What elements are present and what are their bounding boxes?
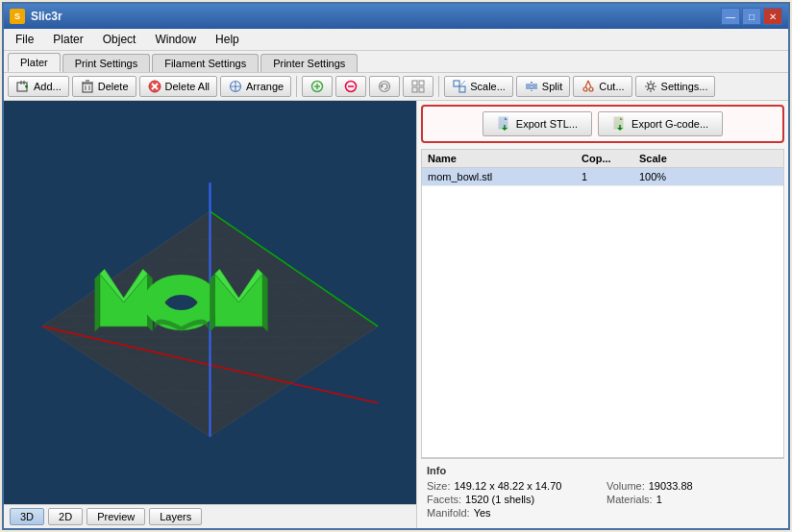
row-name: mom_bowl.stl	[428, 171, 582, 182]
export-buttons-container: Export STL... Export G-code...	[421, 105, 784, 143]
zoom-in-button[interactable]	[302, 76, 333, 97]
scale-icon	[452, 79, 467, 94]
svg-rect-26	[454, 81, 459, 86]
viewport-controls: 3D 2D Preview Layers	[4, 504, 416, 528]
size-row: Size: 149.12 x 48.22 x 14.70	[427, 480, 599, 492]
grid-icon	[410, 79, 426, 94]
close-button[interactable]: ✕	[763, 8, 782, 25]
object-table: Name Cop... Scale mom_bowl.stl 1 100%	[421, 149, 784, 458]
svg-point-32	[583, 87, 587, 91]
table-row[interactable]: mom_bowl.stl 1 100%	[422, 168, 783, 186]
svg-line-28	[459, 81, 465, 86]
svg-rect-25	[419, 87, 424, 92]
menu-help[interactable]: Help	[208, 31, 247, 48]
right-panel: Export STL... Export G-code...	[417, 101, 788, 528]
facets-row: Facets: 1520 (1 shells)	[427, 494, 599, 505]
delete-all-button[interactable]: Delete All	[139, 76, 217, 97]
volume-value: 19033.88	[649, 480, 693, 492]
split-icon	[524, 79, 539, 94]
export-gcode-label: Export G-code...	[631, 118, 708, 130]
tab-print-settings[interactable]: Print Settings	[62, 54, 150, 72]
reset-icon	[377, 79, 392, 94]
manifold-value: Yes	[474, 507, 491, 519]
view-layers-button[interactable]: Layers	[149, 508, 202, 525]
maximize-button[interactable]: □	[742, 8, 761, 25]
row-scale: 100%	[639, 171, 716, 182]
view-2d-button[interactable]: 2D	[48, 508, 83, 525]
header-copies: Cop...	[582, 153, 639, 164]
size-label: Size:	[427, 480, 450, 492]
cut-button[interactable]: Cut...	[573, 76, 631, 97]
title-buttons: — □ ✕	[721, 8, 782, 25]
grid-button[interactable]	[403, 76, 433, 97]
3d-viewport[interactable]	[4, 101, 416, 504]
volume-row: Volume: 19033.88	[606, 480, 779, 492]
arrange-button[interactable]: Arrange	[220, 76, 291, 97]
svg-rect-29	[526, 84, 531, 89]
delete-icon	[80, 79, 95, 94]
svg-rect-23	[419, 81, 424, 85]
toolbar: Add... Delete De	[4, 73, 788, 101]
svg-point-36	[648, 85, 653, 89]
tab-printer-settings[interactable]: Printer Settings	[260, 54, 358, 72]
scale-button[interactable]: Scale...	[444, 76, 513, 97]
arrange-label: Arrange	[246, 81, 284, 92]
delete-all-icon	[147, 79, 162, 94]
materials-row: Materials: 1	[606, 494, 779, 505]
toolbar-separator-2	[438, 76, 439, 97]
export-stl-button[interactable]: Export STL...	[483, 111, 592, 136]
tabs-bar: Plater Print Settings Filament Settings …	[4, 51, 788, 73]
split-button[interactable]: Split	[516, 76, 570, 97]
delete-button[interactable]: Delete	[72, 76, 136, 97]
zoom-out-icon	[343, 79, 359, 94]
settings-icon	[643, 79, 658, 94]
reset-view-button[interactable]	[369, 76, 400, 97]
export-gcode-button[interactable]: Export G-code...	[598, 111, 723, 136]
cut-label: Cut...	[599, 81, 624, 92]
viewport-area: 3D 2D Preview Layers	[4, 101, 417, 528]
scale-label: Scale...	[470, 81, 506, 92]
view-preview-button[interactable]: Preview	[87, 508, 145, 525]
zoom-out-button[interactable]	[335, 76, 366, 97]
tab-plater[interactable]: Plater	[8, 53, 61, 72]
view-3d-button[interactable]: 3D	[10, 508, 44, 525]
svg-line-35	[588, 81, 591, 87]
info-section: Info Size: 149.12 x 48.22 x 14.70 Volume…	[421, 458, 784, 524]
materials-label: Materials:	[606, 494, 653, 505]
svg-rect-24	[412, 87, 417, 92]
add-label: Add...	[34, 81, 62, 92]
delete-label: Delete	[98, 81, 129, 92]
svg-point-33	[589, 87, 593, 91]
size-value: 149.12 x 48.22 x 14.70	[454, 480, 561, 492]
settings-button[interactable]: Settings...	[635, 76, 716, 97]
info-grid: Size: 149.12 x 48.22 x 14.70 Volume: 190…	[427, 480, 779, 519]
menu-plater[interactable]: Plater	[45, 31, 90, 48]
add-button[interactable]: Add...	[8, 76, 69, 97]
header-name: Name	[428, 153, 582, 164]
split-label: Split	[542, 81, 562, 92]
main-content: 3D 2D Preview Layers	[4, 101, 788, 528]
export-gcode-icon	[612, 116, 628, 132]
info-title: Info	[427, 465, 779, 476]
arrange-icon	[228, 79, 243, 94]
title-bar-left: S Slic3r	[10, 9, 62, 24]
add-icon	[15, 79, 31, 94]
svg-rect-5	[83, 84, 92, 92]
minimize-button[interactable]: —	[721, 8, 740, 25]
tab-filament-settings[interactable]: Filament Settings	[152, 54, 259, 72]
menu-file[interactable]: File	[8, 31, 41, 48]
settings-label: Settings...	[661, 81, 708, 92]
facets-label: Facets:	[427, 494, 461, 505]
delete-all-label: Delete All	[165, 81, 210, 92]
title-bar: S Slic3r — □ ✕	[4, 4, 788, 29]
menu-window[interactable]: Window	[147, 31, 204, 48]
svg-point-78	[167, 295, 196, 310]
facets-value: 1520 (1 shells)	[465, 494, 534, 505]
svg-rect-27	[459, 86, 465, 92]
table-header: Name Cop... Scale	[422, 150, 783, 168]
svg-line-34	[585, 81, 588, 87]
export-stl-label: Export STL...	[516, 118, 578, 130]
svg-rect-22	[412, 81, 417, 85]
menu-object[interactable]: Object	[95, 31, 144, 48]
app-icon: S	[10, 9, 25, 24]
